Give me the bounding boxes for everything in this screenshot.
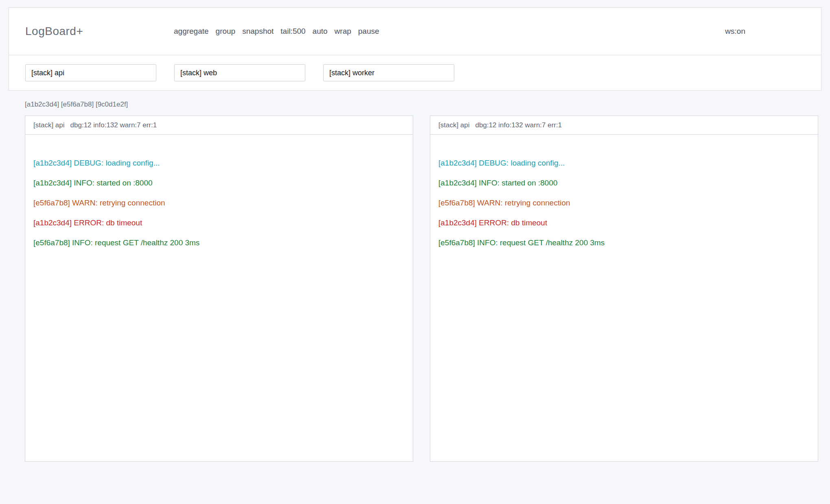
panel-stats: dbg:12 info:132 warn:7 err:1 — [475, 121, 562, 129]
stack-filter-row — [9, 55, 821, 90]
log-line: [a1b2c3d4] ERROR: db timeout — [33, 213, 405, 233]
menu-item-snapshot[interactable]: snapshot — [242, 27, 274, 36]
log-panel-right: [stack] api dbg:12 info:132 warn:7 err:1… — [430, 116, 818, 462]
log-line: [e5f6a7b8] WARN: retrying connection — [438, 193, 810, 213]
log-panels: [stack] api dbg:12 info:132 warn:7 err:1… — [25, 116, 818, 462]
stack-input-api[interactable] — [25, 64, 156, 81]
panel-title: [stack] api — [438, 121, 470, 129]
stack-input-web[interactable] — [174, 64, 305, 81]
log-panel-left: [stack] api dbg:12 info:132 warn:7 err:1… — [25, 116, 413, 462]
log-line: [e5f6a7b8] INFO: request GET /healthz 20… — [438, 233, 810, 253]
log-scroll-area[interactable]: [a1b2c3d4] DEBUG: loading config... [a1b… — [430, 135, 818, 461]
log-line: [e5f6a7b8] WARN: retrying connection — [33, 193, 405, 213]
panel-title: [stack] api — [33, 121, 65, 129]
toolbar-menu: aggregate group snapshot tail:500 auto w… — [174, 27, 379, 36]
log-scroll-area[interactable]: [a1b2c3d4] DEBUG: loading config... [a1b… — [25, 135, 413, 461]
header-row: LogBoard+ aggregate group snapshot tail:… — [9, 8, 821, 55]
app-title: LogBoard+ — [25, 25, 174, 38]
panel-stats: dbg:12 info:132 warn:7 err:1 — [70, 121, 157, 129]
log-line: [a1b2c3d4] ERROR: db timeout — [438, 213, 810, 233]
log-line: [a1b2c3d4] INFO: started on :8000 — [438, 173, 810, 193]
stack-input-worker[interactable] — [323, 64, 454, 81]
menu-item-pause[interactable]: pause — [358, 27, 379, 36]
log-line: [e5f6a7b8] INFO: request GET /healthz 20… — [33, 233, 405, 253]
top-bar: LogBoard+ aggregate group snapshot tail:… — [9, 7, 821, 91]
log-panel-header: [stack] api dbg:12 info:132 warn:7 err:1 — [25, 116, 413, 135]
log-panel-header: [stack] api dbg:12 info:132 warn:7 err:1 — [430, 116, 818, 135]
trace-ids: [a1b2c3d4] [e5f6a7b8] [9c0d1e2f] — [25, 100, 821, 109]
ws-status-toggle[interactable]: ws:on — [725, 27, 745, 36]
menu-item-tail[interactable]: tail:500 — [280, 27, 305, 36]
menu-item-auto[interactable]: auto — [313, 27, 328, 36]
log-line: [a1b2c3d4] DEBUG: loading config... — [438, 153, 810, 173]
menu-item-group[interactable]: group — [216, 27, 236, 36]
log-line: [a1b2c3d4] DEBUG: loading config... — [33, 153, 405, 173]
menu-item-wrap[interactable]: wrap — [335, 27, 351, 36]
log-line: [a1b2c3d4] INFO: started on :8000 — [33, 173, 405, 193]
menu-item-aggregate[interactable]: aggregate — [174, 27, 209, 36]
